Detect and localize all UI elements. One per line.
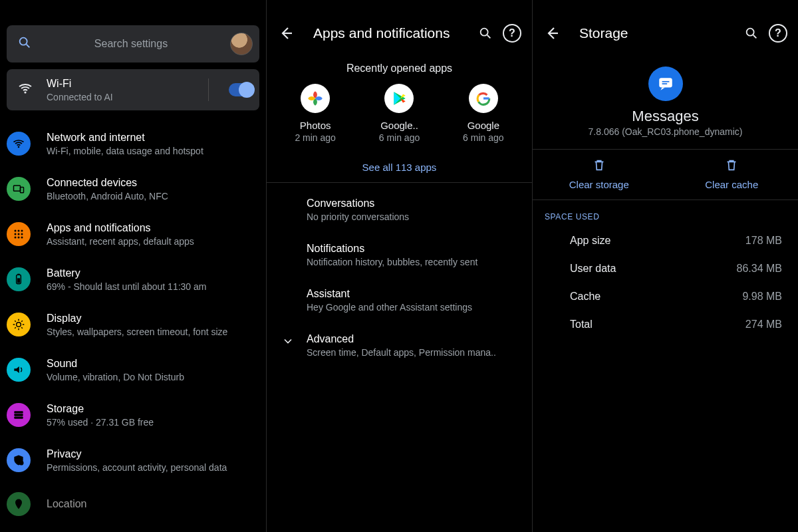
settings-item-subtitle: Volume, vibration, Do Not Disturb: [47, 371, 261, 383]
space-used-row: Cache9.98 MB: [533, 283, 798, 311]
apps-list-item[interactable]: AssistantHey Google and other Assistant …: [267, 277, 532, 323]
wifi-toggle[interactable]: [229, 83, 254, 96]
list-item-subtitle: Hey Google and other Assistant settings: [307, 301, 520, 313]
space-used-row: App size178 MB: [533, 227, 798, 255]
wifi-icon: [17, 80, 33, 99]
settings-main-screen: Search settings Wi-Fi Connected to AI Ne…: [0, 0, 266, 532]
play-app-icon: [384, 84, 414, 113]
settings-item-subtitle: Bluetooth, Android Auto, NFC: [47, 190, 261, 202]
settings-list: Network and internetWi-Fi, mobile, data …: [0, 121, 266, 525]
space-used-row: Total274 MB: [533, 311, 798, 338]
space-used-value: 274 MB: [745, 319, 782, 331]
settings-item-title: Display: [47, 311, 261, 326]
recent-app-name: Google: [467, 120, 499, 131]
settings-item-subtitle: Permissions, account activity, personal …: [47, 462, 261, 473]
privacy-icon: [7, 448, 31, 472]
page-title: Apps and notifications: [313, 25, 450, 41]
photos-app-icon: [301, 84, 330, 113]
settings-item-subtitle: 69% - Should last until about 11:30 am: [47, 281, 261, 293]
list-item-subtitle: No priority conversations: [307, 211, 520, 223]
clear-storage-label: Clear storage: [569, 179, 629, 190]
settings-item-title: Connected devices: [47, 176, 261, 190]
recent-apps-heading: Recently opened apps: [267, 63, 532, 74]
space-used-value: 9.98 MB: [742, 291, 782, 303]
recent-app-time: 2 min ago: [295, 132, 335, 143]
page-title: Storage: [579, 25, 628, 41]
wifi-quick-card[interactable]: Wi-Fi Connected to AI: [7, 69, 259, 110]
settings-item-subtitle: Assistant, recent apps, default apps: [47, 235, 261, 247]
app-storage-screen: Storage ? Messages 7.8.066 (Oak_RC03.pho…: [532, 0, 798, 532]
space-used-label: User data: [570, 263, 616, 275]
list-item-title: Advanced: [307, 332, 520, 346]
list-item-subtitle: Screen time, Default apps, Permission ma…: [307, 346, 520, 358]
recent-app-time: 6 min ago: [379, 132, 420, 143]
back-icon[interactable]: [543, 24, 562, 43]
recent-app-name: Google..: [380, 120, 418, 131]
help-icon[interactable]: ?: [503, 24, 521, 43]
settings-item-apps[interactable]: Apps and notificationsAssistant, recent …: [0, 211, 266, 257]
settings-item-subtitle: 57% used · 27.31 GB free: [47, 416, 261, 428]
space-used-value: 86.34 MB: [737, 263, 782, 275]
settings-item-display[interactable]: DisplayStyles, wallpapers, screen timeou…: [0, 302, 266, 347]
chevron-down-icon: [281, 334, 295, 350]
search-icon: [17, 35, 32, 53]
clear-cache-label: Clear cache: [705, 179, 758, 190]
sound-icon: [7, 358, 31, 382]
apps-list-item[interactable]: NotificationsNotification history, bubbl…: [267, 232, 532, 277]
search-icon[interactable]: [476, 24, 495, 43]
recent-apps-row: Photos2 min agoGoogle..6 min agoGoogle6 …: [267, 74, 532, 148]
help-icon[interactable]: ?: [769, 24, 787, 43]
app-version: 7.8.066 (Oak_RC03.phone_dynamic): [589, 126, 743, 137]
see-all-apps-link[interactable]: See all 113 apps: [362, 162, 437, 173]
settings-item-privacy[interactable]: PrivacyPermissions, account activity, pe…: [0, 438, 266, 483]
list-item-title: Notifications: [307, 241, 520, 256]
settings-item-title: Location: [47, 497, 261, 511]
location-icon: [7, 492, 31, 516]
devices-icon: [7, 177, 31, 201]
space-used-label: App size: [570, 235, 610, 247]
clear-cache-button[interactable]: Clear cache: [666, 150, 799, 200]
settings-item-wifi[interactable]: Network and internetWi-Fi, mobile, data …: [0, 121, 266, 166]
settings-item-storage[interactable]: Storage57% used · 27.31 GB free: [0, 392, 266, 438]
apps-icon: [7, 222, 31, 246]
settings-item-title: Sound: [47, 356, 261, 371]
settings-item-title: Battery: [47, 266, 261, 281]
messages-app-icon: [648, 66, 683, 101]
wifi-icon: [7, 132, 31, 156]
apps-notifications-screen: Apps and notifications ? Recently opened…: [266, 0, 532, 532]
recent-app-google[interactable]: Google6 min ago: [447, 84, 520, 143]
wifi-title: Wi-Fi: [47, 76, 188, 91]
search-settings-bar[interactable]: Search settings: [7, 25, 259, 63]
settings-item-title: Privacy: [47, 447, 261, 462]
apps-list-item[interactable]: AdvancedScreen time, Default apps, Permi…: [267, 323, 532, 368]
display-icon: [7, 313, 31, 336]
battery-icon: [7, 267, 31, 291]
app-name: Messages: [632, 108, 698, 125]
google-app-icon: [469, 84, 498, 113]
clear-storage-button[interactable]: Clear storage: [533, 150, 666, 200]
wifi-subtitle: Connected to AI: [47, 91, 188, 103]
settings-item-subtitle: Styles, wallpapers, screen timeout, font…: [47, 326, 261, 338]
trash-icon: [724, 158, 739, 175]
settings-item-location[interactable]: Location: [0, 483, 266, 525]
recent-app-play[interactable]: Google..6 min ago: [362, 84, 436, 143]
settings-item-devices[interactable]: Connected devicesBluetooth, Android Auto…: [0, 166, 266, 211]
space-used-value: 178 MB: [745, 235, 782, 247]
recent-app-photos[interactable]: Photos2 min ago: [279, 84, 352, 143]
back-icon[interactable]: [277, 24, 296, 43]
trash-icon: [592, 158, 606, 175]
space-used-heading: SPACE USED: [545, 212, 798, 221]
profile-avatar[interactable]: [230, 33, 253, 55]
settings-item-battery[interactable]: Battery69% - Should last until about 11:…: [0, 257, 266, 302]
divider: [208, 78, 209, 101]
apps-list-item[interactable]: ConversationsNo priority conversations: [267, 187, 532, 232]
settings-item-sound[interactable]: SoundVolume, vibration, Do Not Disturb: [0, 347, 266, 392]
storage-icon: [7, 403, 31, 427]
search-icon[interactable]: [742, 24, 761, 43]
settings-item-title: Network and internet: [47, 130, 261, 145]
settings-item-title: Storage: [47, 402, 261, 416]
list-item-title: Assistant: [307, 287, 520, 301]
space-used-label: Cache: [570, 291, 600, 303]
settings-item-subtitle: Wi-Fi, mobile, data usage and hotspot: [47, 145, 261, 157]
space-used-row: User data86.34 MB: [533, 255, 798, 283]
